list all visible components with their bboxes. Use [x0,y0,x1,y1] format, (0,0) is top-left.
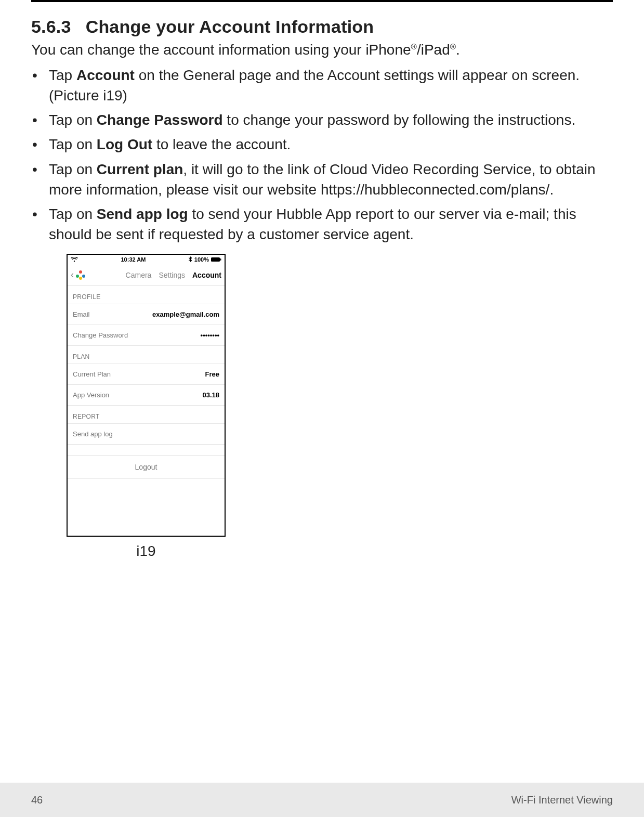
svg-point-2 [79,270,82,274]
list-item: Tap on Current plan, it will go to the l… [31,159,613,200]
figure: 10:32 AM 100% ‹ [67,254,226,560]
svg-rect-0 [211,257,220,262]
registered-mark: ® [450,42,456,51]
tab-bar: ‹ Camera Settings Account [68,264,225,286]
row-email[interactable]: Email example@gmail.com [68,304,225,325]
phone-screenshot: 10:32 AM 100% ‹ [67,254,226,537]
app-logo-icon [75,269,86,281]
chevron-left-icon: ‹ [71,269,74,280]
figure-caption: i19 [67,543,226,560]
logout-button[interactable]: Logout [68,455,225,479]
instruction-list: Tap Account on the General page and the … [31,65,613,245]
row-value: example@gmail.com [152,310,219,318]
svg-point-3 [76,275,79,278]
row-label: Email [73,310,90,318]
list-item: Tap on Send app log to send your Hubble … [31,204,613,244]
row-app-version: App Version 03.18 [68,385,225,406]
status-bar: 10:32 AM 100% [68,255,225,264]
group-header-profile: PROFILE [68,286,225,304]
footer-title: Wi-Fi Internet Viewing [511,794,613,806]
list-item: Tap Account on the General page and the … [31,65,613,106]
intro-paragraph: You can change the account information u… [31,40,613,60]
tab-settings[interactable]: Settings [159,271,185,279]
top-rule [31,0,613,2]
row-label: Send app log [73,430,113,438]
status-time: 10:32 AM [121,256,146,263]
wifi-icon [71,257,78,262]
tab-camera[interactable]: Camera [126,271,152,279]
page-footer: 46 Wi-Fi Internet Viewing [0,783,644,817]
svg-rect-1 [220,258,221,261]
row-current-plan[interactable]: Current Plan Free [68,364,225,385]
row-label: Change Password [73,331,128,339]
battery-icon [211,257,221,262]
section-title-text: Change your Account Information [86,17,374,36]
back-button[interactable]: ‹ [71,269,86,281]
registered-mark: ® [411,42,417,51]
tab-account[interactable]: Account [192,271,221,279]
section-number: 5.6.3 [31,17,71,37]
bluetooth-icon [189,256,192,263]
row-label: App Version [73,391,109,399]
row-label: Current Plan [73,370,111,378]
svg-point-5 [79,277,82,280]
row-change-password[interactable]: Change Password •••••••• [68,325,225,346]
page-number: 46 [31,794,43,806]
group-header-plan: PLAN [68,346,225,364]
svg-point-4 [82,275,85,278]
row-send-app-log[interactable]: Send app log [68,423,225,445]
row-value: 03.18 [202,391,219,399]
row-value: •••••••• [201,331,219,339]
group-header-report: REPORT [68,406,225,423]
status-battery-pct: 100% [194,256,209,263]
section-heading: 5.6.3Change your Account Information [31,17,613,37]
row-value: Free [205,370,219,378]
list-item: Tap on Change Password to change your pa… [31,110,613,130]
list-item: Tap on Log Out to leave the account. [31,134,613,154]
